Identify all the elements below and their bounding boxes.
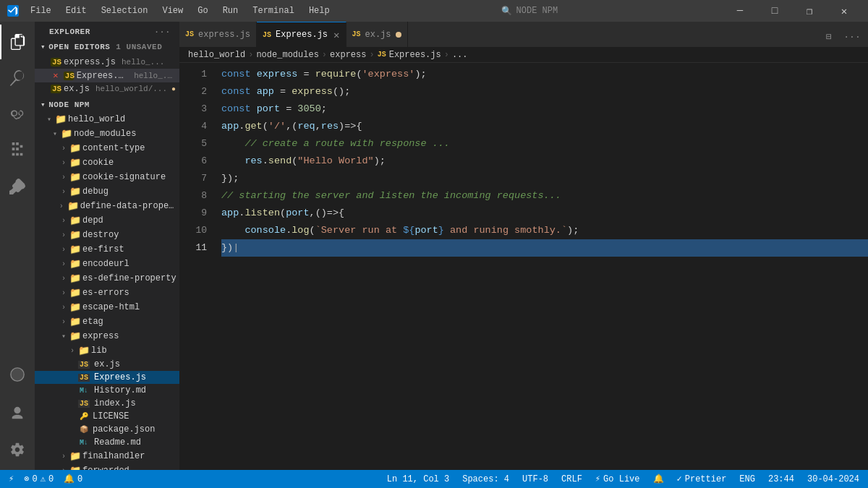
minimize-button[interactable]: ─ — [723, 0, 757, 22]
vscode-logo — [7, 5, 19, 17]
bell-button[interactable]: 🔔 — [650, 470, 667, 488]
cursor-position[interactable]: Ln 11, Col 3 — [384, 470, 452, 488]
menu-go[interactable]: Go — [192, 4, 213, 17]
more-actions-button[interactable]: ··· — [842, 27, 862, 47]
activity-search[interactable] — [0, 61, 35, 95]
language-indicator[interactable]: ENG — [736, 470, 758, 488]
tree-escape-html[interactable]: › 📁 escape-html — [35, 300, 179, 314]
restore-button[interactable]: ❐ — [793, 0, 826, 22]
tree-license[interactable]: › 🔑 LICENSE — [35, 410, 179, 423]
tree-readme[interactable]: › M↓ Readme.md — [35, 436, 179, 449]
activity-accounts[interactable] — [0, 396, 35, 431]
op: . — [239, 118, 244, 135]
more-actions-icon[interactable]: ··· — [154, 27, 171, 36]
tree-package[interactable]: › 📦 package.json — [35, 423, 179, 436]
template-tick: ` — [561, 222, 567, 239]
line-ending[interactable]: CRLF — [558, 470, 585, 488]
menu-terminal[interactable]: Terminal — [247, 4, 300, 17]
kw: const — [221, 83, 251, 100]
tree-cookie-signature[interactable]: › 📁 cookie-signature — [35, 170, 179, 184]
breadcrumb-node-modules[interactable]: node_modules — [256, 50, 318, 60]
breadcrumb-hello[interactable]: hello_world — [188, 50, 245, 60]
tree-debug[interactable]: › 📁 debug — [35, 184, 179, 199]
file-name: ex.js — [94, 359, 120, 369]
kw-const: const — [221, 66, 251, 83]
title-search[interactable]: 🔍 NODE NPM — [493, 4, 567, 18]
tree-etag[interactable]: › 📁 etag — [35, 314, 179, 329]
notification-count[interactable]: 🔔 0 — [61, 470, 85, 488]
folder-name: etag — [82, 317, 103, 327]
encoding[interactable]: UTF-8 — [519, 470, 551, 488]
menu-edit[interactable]: Edit — [60, 4, 93, 17]
tree-hello-world[interactable]: ▾ 📁 hello_world — [35, 112, 179, 127]
folder-name: define-data-proper... — [80, 201, 176, 211]
file-path: hello_... — [122, 58, 164, 67]
maximize-button[interactable]: □ — [758, 0, 791, 22]
activity-settings[interactable] — [0, 432, 35, 467]
folder-name: cookie — [82, 158, 114, 168]
tree-es-errors[interactable]: › 📁 es-errors — [35, 286, 179, 300]
node-npm-arrow: ▾ — [41, 100, 46, 109]
tree-indexjs[interactable]: › JS index.js — [35, 397, 179, 410]
tree-finalhandler[interactable]: › 📁 finalhandler — [35, 449, 179, 463]
close-button[interactable]: ✕ — [827, 0, 861, 22]
open-editor-exprees[interactable]: ✕ JS Exprees.js hello_... — [35, 69, 179, 82]
time-text: 23:44 — [768, 474, 794, 484]
error-count[interactable]: ⊗ 0 ⚠ 0 — [21, 470, 56, 488]
tree-history[interactable]: › M↓ History.md — [35, 384, 179, 397]
tree-express[interactable]: ▾ 📁 express — [35, 329, 179, 343]
tree-content-type[interactable]: › 📁 content-type — [35, 141, 179, 155]
menu-file[interactable]: File — [25, 4, 57, 17]
open-editor-express[interactable]: JS express.js hello_... — [35, 56, 179, 69]
activity-explorer[interactable] — [0, 25, 35, 59]
line-num-10: 10 — [179, 222, 207, 239]
tree-define-data[interactable]: › 📁 define-data-proper... — [35, 199, 179, 213]
tab-exprees[interactable]: JS Exprees.js ✕ — [257, 22, 346, 47]
remote-indicator[interactable]: ⚡ — [6, 470, 17, 488]
tree-lib[interactable]: › 📁 lib — [35, 343, 179, 358]
activity-run-debug[interactable] — [0, 133, 35, 168]
var: port — [414, 222, 438, 239]
search-icon: 🔍 — [501, 6, 512, 17]
tree-cookie[interactable]: › 📁 cookie — [35, 155, 179, 170]
folder-arrow: ▾ — [45, 115, 54, 124]
folder-icon: 📁 — [78, 345, 90, 356]
tree-node-modules[interactable]: ▾ 📁 node_modules — [35, 127, 179, 141]
tree-forwarded[interactable]: › 📁 forwarded — [35, 463, 179, 470]
folder-arrow: ▾ — [51, 129, 59, 138]
node-npm-section[interactable]: ▾ NODE NPM — [35, 97, 179, 112]
code-area[interactable]: const express = require ( 'express' ); c… — [216, 63, 868, 470]
menu-help[interactable]: Help — [303, 4, 336, 17]
punc: }) — [221, 239, 233, 257]
breadcrumb-more[interactable]: ... — [452, 50, 468, 60]
tree-depd[interactable]: › 📁 depd — [35, 213, 179, 228]
breadcrumb-exprees[interactable]: Exprees.js — [389, 50, 441, 60]
tab-close-button[interactable]: ✕ — [333, 29, 339, 41]
prettier-indicator[interactable]: ✓ Prettier — [674, 470, 730, 488]
tree-exjs[interactable]: › JS ex.js — [35, 358, 179, 371]
menu-run[interactable]: Run — [217, 4, 244, 17]
breadcrumb-express[interactable]: express — [330, 50, 366, 60]
fn: listen — [244, 205, 280, 222]
activity-extensions[interactable] — [0, 169, 35, 204]
tree-ee-first[interactable]: › 📁 ee-first — [35, 242, 179, 257]
open-editor-ex[interactable]: JS ex.js hello_world/... ● — [35, 82, 179, 95]
tree-encodeurl[interactable]: › 📁 encodeurl — [35, 257, 179, 271]
activity-source-control[interactable] — [0, 97, 35, 132]
tree-exprees[interactable]: › JS Exprees.js — [35, 371, 179, 384]
tree-es-define[interactable]: › 📁 es-define-property — [35, 271, 179, 286]
menu-view[interactable]: View — [156, 4, 189, 17]
file-name: History.md — [94, 385, 146, 395]
go-live-button[interactable]: ⚡ Go Live — [592, 470, 643, 488]
tab-express[interactable]: JS express.js — [179, 22, 257, 47]
folder-name: destroy — [82, 230, 119, 240]
open-editors-section[interactable]: ▾ OPEN EDITORS 1 unsaved — [35, 39, 179, 54]
titlebar-left: File Edit Selection View Go Run Terminal… — [7, 4, 336, 17]
split-editor-button[interactable]: ⊟ — [819, 27, 839, 47]
tree-destroy[interactable]: › 📁 destroy — [35, 228, 179, 242]
menu-selection[interactable]: Selection — [95, 4, 154, 17]
space — [251, 66, 257, 83]
tab-ex[interactable]: JS ex.js — [346, 22, 408, 47]
activity-remote[interactable] — [0, 357, 35, 392]
indentation[interactable]: Spaces: 4 — [459, 470, 512, 488]
